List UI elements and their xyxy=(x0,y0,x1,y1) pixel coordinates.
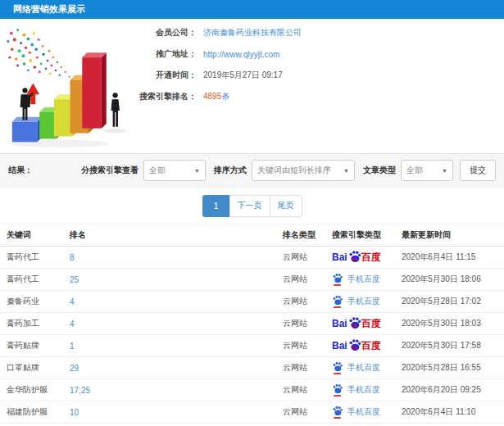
baidu-pc-logo: Bai du 百度 xyxy=(332,316,381,331)
baidu-mobile-underline xyxy=(334,417,341,419)
rank-link[interactable]: 4 xyxy=(70,297,75,306)
rank-link[interactable]: 8 xyxy=(70,253,75,262)
update-time-cell: 2020年6月4日 11:15 xyxy=(402,252,504,263)
update-time-cell: 2020年5月30日 18:03 xyxy=(402,318,504,329)
col-engine-type: 搜索引擎类型 xyxy=(332,229,402,241)
article-type-selected: 全部 xyxy=(406,165,423,176)
rank-type-cell: 云网站 xyxy=(283,340,332,351)
rank-link[interactable]: 1 xyxy=(70,342,75,351)
baidu-mobile-text: 手机百度 xyxy=(347,297,380,306)
update-time-cell: 2020年5月30日 18:06 xyxy=(402,274,504,285)
baidu-mobile-paw-icon xyxy=(332,406,343,419)
baidu-mobile-text: 手机百度 xyxy=(347,386,380,394)
baidu-mobile-paw-icon xyxy=(332,273,343,286)
baidu-bai-text: Bai xyxy=(332,319,347,329)
engine-rank-label: 搜索引擎排名： xyxy=(129,91,197,102)
rank-type-cell: 云网站 xyxy=(283,384,332,396)
submit-button[interactable]: 提交 xyxy=(460,160,496,181)
article-type-select[interactable]: 全部 ▼ xyxy=(401,160,453,181)
page-1-button[interactable]: 1 xyxy=(202,195,230,217)
baidu-mobile-logo: 手机百度 xyxy=(332,383,380,397)
table-row: 膏药加工 4 云网站 Bai du 百度 xyxy=(0,313,504,335)
growth-bar-chart-illustration xyxy=(2,24,143,152)
engine-view-label: 分搜索引擎查看 xyxy=(81,165,138,176)
baidu-mobile-underline xyxy=(334,284,341,286)
table-row: 膏药代工 25 云网站 Bai du 百度 xyxy=(0,269,504,291)
chevron-down-icon: ▼ xyxy=(343,168,349,174)
baidu-mobile-logo: 手机百度 xyxy=(332,273,380,286)
keyword-cell: 金华防护服 xyxy=(0,384,70,396)
baidu-cn-text: 百度 xyxy=(361,252,381,262)
sort-mode-selected: 关键词由短到长排序 xyxy=(257,165,331,176)
filter-controls: 分搜索引擎查看 全部 ▼ 排序方式 关键词由短到长排序 ▼ 文章类型 全部 ▼ … xyxy=(73,160,496,181)
rank-type-cell: 云网站 xyxy=(283,296,332,307)
baidu-du-text: du xyxy=(352,256,357,261)
baidu-paw-icon: du xyxy=(348,250,361,263)
col-rank: 排名 xyxy=(70,229,283,241)
baidu-mobile-paw-icon xyxy=(332,295,343,308)
baidu-cn-text: 百度 xyxy=(361,341,381,351)
col-updated: 最新更新时间 xyxy=(402,229,504,241)
rank-link[interactable]: 25 xyxy=(70,275,79,284)
engine-view-selected: 全部 xyxy=(149,165,166,176)
baidu-mobile-text: 手机百度 xyxy=(347,408,380,416)
ranking-table: 关键词 排名 排名类型 搜索引擎类型 最新更新时间 膏药代工 8 云网站 Bai… xyxy=(0,224,504,426)
chevron-down-icon: ▼ xyxy=(442,168,447,174)
promo-url-label: 推广地址： xyxy=(129,48,197,60)
chevron-down-icon: ▼ xyxy=(194,168,200,174)
member-company-row: 会员公司： 济南秦鲁药业科技有限公司 xyxy=(129,22,490,43)
last-page-button[interactable]: 尾页 xyxy=(270,195,302,217)
promo-url-row: 推广地址： http://www.qlyyjt.com xyxy=(129,43,490,65)
member-company-link[interactable]: 济南秦鲁药业科技有限公司 xyxy=(203,27,302,39)
rank-link[interactable]: 4 xyxy=(70,320,75,329)
marketing-report-page: 网络营销效果展示 xyxy=(0,0,504,426)
rank-link[interactable]: 17,25 xyxy=(70,386,90,395)
article-type-label: 文章类型 xyxy=(363,165,396,176)
baidu-paw-icon: du xyxy=(348,316,361,329)
baidu-mobile-underline xyxy=(334,373,341,374)
engine-view-select[interactable]: 全部 ▼ xyxy=(143,160,206,181)
table-header: 关键词 排名 排名类型 搜索引擎类型 最新更新时间 xyxy=(0,224,504,247)
table-row: 金华防护服 17,25 云网站 Bai du 百度 xyxy=(0,379,504,401)
keyword-cell: 膏药加工 xyxy=(0,318,70,329)
open-time-label: 开通时间： xyxy=(129,70,197,81)
baidu-pc-logo: Bai du 百度 xyxy=(332,250,381,265)
keyword-cell: 膏药贴牌 xyxy=(0,340,70,351)
sort-mode-select[interactable]: 关键词由短到长排序 ▼ xyxy=(252,160,355,181)
baidu-bai-text: Bai xyxy=(332,252,347,262)
engine-rank-count: 4895 xyxy=(203,92,221,101)
rank-link[interactable]: 10 xyxy=(70,408,79,417)
baidu-mobile-paw-icon xyxy=(332,383,343,397)
col-keyword: 关键词 xyxy=(0,229,70,241)
baidu-mobile-text: 手机百度 xyxy=(347,364,380,372)
update-time-cell: 2020年5月28日 16:55 xyxy=(402,362,504,374)
baidu-mobile-text: 手机百度 xyxy=(347,275,380,283)
pagination: 1 下一页 尾页 xyxy=(0,188,504,224)
open-time-value: 2019年5月27日 09:17 xyxy=(203,70,283,81)
baidu-pc-logo: Bai du 百度 xyxy=(332,338,381,353)
table-row: 口罩贴牌 29 云网站 Bai du 百度 xyxy=(0,357,504,379)
member-info-section: 会员公司： 济南秦鲁药业科技有限公司 推广地址： http://www.qlyy… xyxy=(0,19,504,153)
baidu-du-text: du xyxy=(352,323,357,328)
filter-bar: 结果： 分搜索引擎查看 全部 ▼ 排序方式 关键词由短到长排序 ▼ 文章类型 全… xyxy=(0,153,504,188)
rank-type-cell: 云网站 xyxy=(283,252,332,263)
rank-type-cell: 云网站 xyxy=(283,406,332,418)
table-row: 秦鲁药业 4 云网站 Bai du 百度 xyxy=(0,291,504,313)
rank-link[interactable]: 29 xyxy=(70,364,79,373)
update-time-cell: 2020年5月30日 17:58 xyxy=(402,340,504,351)
keyword-cell: 福建防护服 xyxy=(0,406,70,418)
table-row: 福建防护服 10 云网站 Bai du 百度 xyxy=(0,401,504,424)
open-time-row: 开通时间： 2019年5月27日 09:17 xyxy=(129,65,490,86)
table-row: 膏药贴牌 1 云网站 Bai du 百度 xyxy=(0,335,504,357)
result-label: 结果： xyxy=(8,165,33,176)
baidu-mobile-logo: 手机百度 xyxy=(332,361,380,374)
rank-type-cell: 云网站 xyxy=(283,274,332,285)
next-page-button[interactable]: 下一页 xyxy=(229,195,270,217)
engine-rank-unit: 条 xyxy=(221,92,229,101)
keyword-cell: 秦鲁药业 xyxy=(0,296,70,307)
baidu-du-text: du xyxy=(352,345,357,350)
page-title: 网络营销效果展示 xyxy=(0,0,504,19)
baidu-mobile-underline xyxy=(334,306,341,308)
promo-url-link[interactable]: http://www.qlyyjt.com xyxy=(203,50,279,59)
keyword-cell: 口罩贴牌 xyxy=(0,362,70,374)
